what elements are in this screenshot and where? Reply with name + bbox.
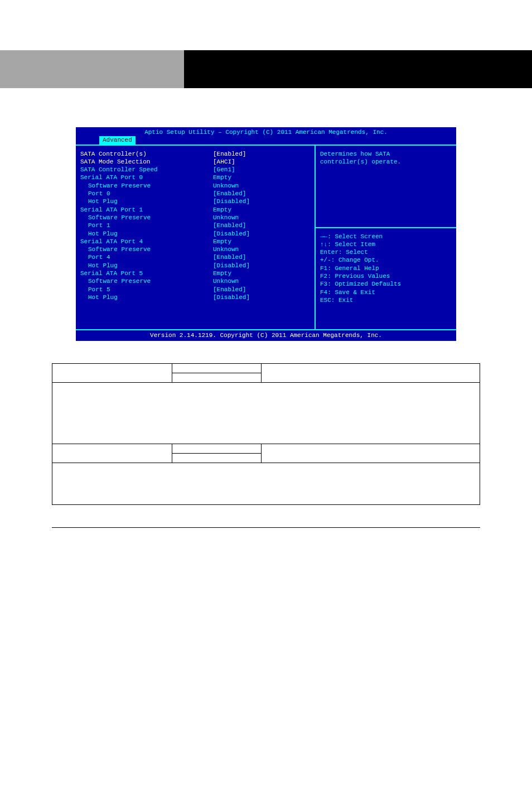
bios-setting-value: [Enabled] <box>213 253 246 261</box>
bios-body: SATA Controller(s)[Enabled]SATA Mode Sel… <box>76 145 456 331</box>
bios-setting-row[interactable]: Hot Plug[Disabled] <box>80 230 310 238</box>
bios-setting-value: Empty <box>213 174 231 181</box>
bios-setting-row[interactable]: Port 4[Enabled] <box>80 253 310 261</box>
key-legend-line: Enter: Select <box>320 248 452 256</box>
bios-setting-value: Unknown <box>213 246 239 253</box>
header-black-block <box>184 50 532 88</box>
bios-setting-row[interactable]: Port 0[Enabled] <box>80 190 310 198</box>
bios-setting-label: Hot Plug <box>80 262 213 269</box>
bios-setting-label: Port 5 <box>80 286 213 293</box>
key-legend-line: F4: Save & Exit <box>320 288 452 296</box>
option-value-cell <box>172 363 262 373</box>
bios-setting-value: [Enabled] <box>213 190 246 198</box>
bios-footer: Version 2.14.1219. Copyright (C) 2011 Am… <box>76 330 456 340</box>
bios-setting-value: Empty <box>213 206 231 214</box>
bios-setting-row[interactable]: Software PreserveUnknown <box>80 182 310 190</box>
help-line: Determines how SATA <box>320 150 452 158</box>
bios-setting-label: SATA Mode Selection <box>80 158 213 166</box>
bios-tab-row: Advanced <box>76 136 456 144</box>
bios-setting-label: Hot Plug <box>80 293 213 301</box>
bios-setting-label: SATA Controller Speed <box>80 166 213 174</box>
option-merged-cell <box>52 382 480 444</box>
key-legend-line: +/-: Change Opt. <box>320 256 452 264</box>
option-value-cell <box>172 373 262 382</box>
page-footer-rule <box>52 527 480 528</box>
bios-title: Aptio Setup Utility – Copyright (C) 2011… <box>76 127 456 136</box>
option-value-cell <box>172 444 262 453</box>
bios-setting-value: [Disabled] <box>213 230 250 238</box>
bios-setting-row[interactable]: Hot Plug[Disabled] <box>80 198 310 205</box>
bios-setting-row[interactable]: Software PreserveUnknown <box>80 214 310 222</box>
bios-setting-row[interactable]: Hot Plug[Disabled] <box>80 262 310 269</box>
table-row <box>52 463 480 504</box>
page-header-bar <box>0 50 532 88</box>
key-legend-line: ↑↓: Select Item <box>320 240 452 248</box>
bios-setting-row[interactable]: SATA Mode Selection[AHCI] <box>80 158 310 166</box>
key-legend-line: →←: Select Screen <box>320 233 452 240</box>
bios-setting-label: SATA Controller(s) <box>80 150 213 158</box>
help-line: controller(s) operate. <box>320 158 452 166</box>
bios-setting-row[interactable]: Port 5[Enabled] <box>80 286 310 293</box>
option-merged-cell <box>52 463 480 504</box>
option-desc-cell <box>262 444 480 463</box>
bios-setting-label: Software Preserve <box>80 277 213 285</box>
options-table <box>52 363 480 505</box>
key-legend-line: F3: Optimized Defaults <box>320 280 452 288</box>
option-desc-cell <box>262 363 480 382</box>
option-name-cell <box>52 444 172 463</box>
bios-setting-row[interactable]: Port 1[Enabled] <box>80 222 310 229</box>
key-legend-line: F1: General Help <box>320 264 452 272</box>
bios-setting-row[interactable]: Software PreserveUnknown <box>80 246 310 253</box>
table-row <box>52 444 480 453</box>
bios-setting-label: Hot Plug <box>80 230 213 238</box>
bios-setting-value: [Gen1] <box>213 166 235 174</box>
bios-setting-label: Serial ATA Port 1 <box>80 206 213 214</box>
bios-setting-row[interactable]: SATA Controller Speed[Gen1] <box>80 166 310 174</box>
bios-setting-value: [AHCI] <box>213 158 235 166</box>
bios-setting-label: Port 4 <box>80 253 213 261</box>
bios-setting-value: [Enabled] <box>213 150 246 158</box>
bios-help-panel: Determines how SATAcontroller(s) operate… <box>316 146 456 330</box>
bios-setting-label: Software Preserve <box>80 182 213 190</box>
key-legend-line: ESC: Exit <box>320 296 452 304</box>
option-value-cell <box>172 453 262 463</box>
table-row <box>52 363 480 373</box>
table-row <box>52 382 480 444</box>
bios-setting-row[interactable]: Software PreserveUnknown <box>80 277 310 285</box>
bios-setting-label: Software Preserve <box>80 246 213 253</box>
bios-setting-value: [Enabled] <box>213 222 246 229</box>
help-divider <box>316 227 456 228</box>
bios-setting-row[interactable]: Serial ATA Port 0Empty <box>80 174 310 181</box>
bios-setting-label: Serial ATA Port 4 <box>80 238 213 246</box>
bios-setting-value: [Enabled] <box>213 286 246 293</box>
bios-setting-value: Unknown <box>213 214 239 222</box>
bios-screenshot: Aptio Setup Utility – Copyright (C) 2011… <box>76 127 456 341</box>
bios-setting-row[interactable]: Hot Plug[Disabled] <box>80 293 310 301</box>
bios-setting-value: [Disabled] <box>213 293 250 301</box>
bios-setting-value: [Disabled] <box>213 198 250 205</box>
bios-setting-row[interactable]: SATA Controller(s)[Enabled] <box>80 150 310 158</box>
bios-setting-value: Empty <box>213 269 231 277</box>
bios-setting-label: Port 1 <box>80 222 213 229</box>
bios-key-legend: →←: Select Screen↑↓: Select ItemEnter: S… <box>320 233 452 305</box>
bios-setting-label: Serial ATA Port 5 <box>80 269 213 277</box>
tab-advanced[interactable]: Advanced <box>99 136 136 144</box>
bios-setting-row[interactable]: Serial ATA Port 4Empty <box>80 238 310 246</box>
bios-setting-row[interactable]: Serial ATA Port 5Empty <box>80 269 310 277</box>
bios-setting-value: Empty <box>213 238 231 246</box>
bios-settings-panel: SATA Controller(s)[Enabled]SATA Mode Sel… <box>76 146 316 330</box>
header-gray-block <box>0 50 184 88</box>
key-legend-line: F2: Previous Values <box>320 272 452 280</box>
bios-setting-label: Software Preserve <box>80 214 213 222</box>
bios-setting-value: Unknown <box>213 182 239 190</box>
option-name-cell <box>52 363 172 382</box>
bios-setting-label: Serial ATA Port 0 <box>80 174 213 181</box>
bios-help-text: Determines how SATAcontroller(s) operate… <box>320 150 452 223</box>
bios-setting-label: Hot Plug <box>80 198 213 205</box>
bios-setting-value: [Disabled] <box>213 262 250 269</box>
bios-setting-value: Unknown <box>213 277 239 285</box>
bios-setting-label: Port 0 <box>80 190 213 198</box>
bios-setting-row[interactable]: Serial ATA Port 1Empty <box>80 206 310 214</box>
